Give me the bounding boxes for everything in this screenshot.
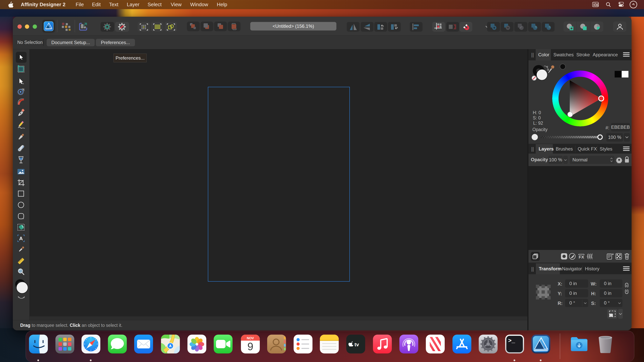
svg-text:9: 9 (247, 341, 253, 353)
svg-text:tv: tv (354, 342, 359, 348)
svg-text:FX: FX (579, 255, 584, 259)
svg-text:>_: >_ (508, 338, 515, 344)
svg-text:A: A (19, 236, 23, 241)
svg-text:NOV: NOV (247, 336, 254, 340)
